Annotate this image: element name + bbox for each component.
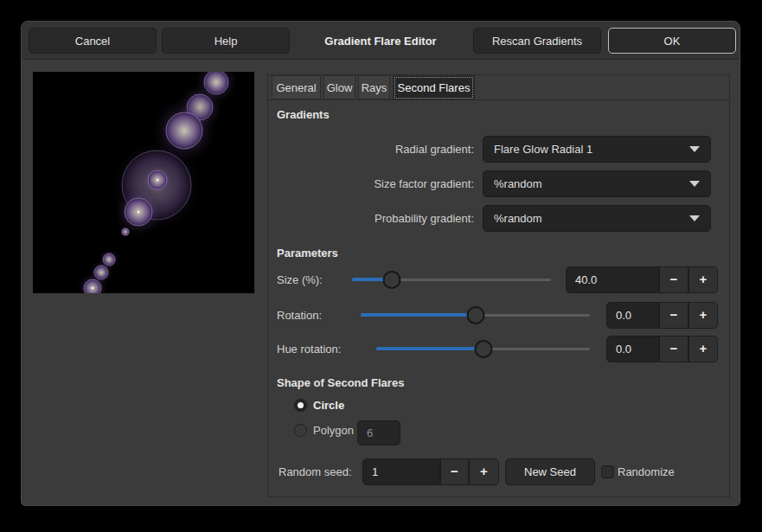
circle-radio[interactable] (294, 399, 307, 412)
hue-rotation-value-field[interactable]: 0.0 (606, 336, 659, 362)
size-factor-gradient-row: Size factor gradient: %random (268, 170, 729, 197)
size-decrement-button[interactable]: − (659, 266, 688, 293)
circle-radio-label[interactable]: Circle (313, 399, 344, 412)
rotation-decrement-button[interactable]: − (659, 302, 688, 329)
dropdown-arrow-icon (689, 146, 700, 152)
hue-rotation-increment-button[interactable]: + (688, 336, 718, 362)
probability-gradient-select[interactable]: %random (483, 205, 711, 232)
random-seed-label: Random seed: (279, 458, 352, 485)
size-factor-gradient-label: Size factor gradient: (277, 170, 474, 197)
flare-preview-svg (33, 72, 254, 293)
size-factor-gradient-select[interactable]: %random (483, 170, 711, 197)
hue-rotation-decrement-button[interactable]: − (659, 336, 688, 362)
shape-heading: Shape of Second Flares (277, 376, 404, 389)
polygon-radio-label[interactable]: Polygon (313, 424, 354, 437)
gradient-flare-editor-window: Gradient Flare Editor Cancel Help Rescan… (21, 21, 740, 506)
polygon-sides-field[interactable]: 6 (357, 420, 400, 445)
hue-rotation-row: Hue rotation: 0.0 − + (268, 336, 729, 362)
slider-thumb[interactable] (466, 306, 484, 324)
radial-gradient-value: Flare Glow Radial 1 (494, 143, 592, 156)
randomize-label[interactable]: Randomize (618, 458, 675, 485)
size-value-field[interactable]: 40.0 (566, 266, 659, 293)
probability-gradient-row: Probability gradient: %random (268, 205, 729, 232)
rescan-gradients-button[interactable]: Rescan Gradients (473, 28, 601, 54)
tab-second-flares[interactable]: Second Flares (393, 75, 475, 100)
slider-fill (376, 347, 483, 350)
rotation-slider[interactable] (361, 302, 590, 329)
slider-fill (361, 313, 476, 317)
size-increment-button[interactable]: + (688, 266, 718, 293)
rotation-row: Rotation: 0.0 − + (268, 302, 729, 329)
probability-gradient-value: %random (494, 212, 542, 225)
seed-increment-button[interactable]: + (469, 458, 499, 485)
cancel-button[interactable]: Cancel (29, 28, 157, 54)
size-label: Size (%): (277, 266, 323, 293)
slider-thumb[interactable] (383, 271, 401, 289)
rotation-label: Rotation: (277, 302, 322, 329)
tab-general[interactable]: General (272, 75, 321, 99)
radial-gradient-label: Radial gradient: (277, 136, 474, 163)
parameters-heading: Parameters (277, 247, 338, 260)
seed-decrement-button[interactable]: − (440, 458, 469, 485)
dropdown-arrow-icon (689, 181, 700, 187)
help-button[interactable]: Help (162, 28, 290, 54)
radial-gradient-select[interactable]: Flare Glow Radial 1 (483, 136, 711, 163)
polygon-radio[interactable] (294, 424, 307, 437)
radial-gradient-row: Radial gradient: Flare Glow Radial 1 (268, 136, 729, 163)
rotation-value-field[interactable]: 0.0 (606, 302, 659, 329)
tab-bar: General Glow Rays Second Flares (268, 75, 729, 100)
rotation-increment-button[interactable]: + (688, 302, 718, 329)
size-slider[interactable] (352, 266, 551, 293)
slider-thumb[interactable] (474, 340, 492, 358)
hue-rotation-label: Hue rotation: (277, 336, 341, 362)
settings-notebook: General Glow Rays Second Flares Gradient… (267, 74, 730, 497)
desktop-background: { "window": { "title": "Gradient Flare E… (0, 0, 762, 532)
new-seed-button[interactable]: New Seed (505, 458, 595, 485)
random-seed-field[interactable]: 1 (362, 458, 440, 485)
gradients-heading: Gradients (277, 108, 330, 121)
tab-rays[interactable]: Rays (358, 75, 390, 99)
tab-glow[interactable]: Glow (323, 75, 355, 99)
randomize-checkbox[interactable] (601, 465, 614, 478)
dropdown-arrow-icon (689, 215, 700, 221)
probability-gradient-label: Probability gradient: (277, 205, 474, 232)
flare-preview[interactable] (33, 72, 254, 293)
titlebar: Gradient Flare Editor Cancel Help Rescan… (22, 22, 740, 60)
size-factor-gradient-value: %random (494, 177, 542, 190)
ok-button[interactable]: OK (608, 28, 736, 54)
hue-rotation-slider[interactable] (376, 336, 590, 362)
size-row: Size (%): 40.0 − + (268, 266, 729, 293)
random-seed-row: Random seed: 1 − + New Seed Randomize (268, 458, 729, 485)
